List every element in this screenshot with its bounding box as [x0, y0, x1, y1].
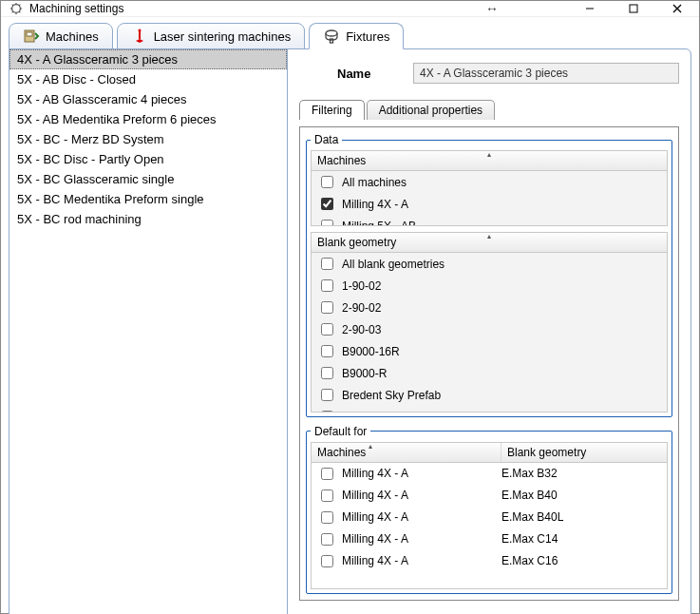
tab-laser[interactable]: Laser sintering machines: [117, 23, 306, 49]
blank-checklist[interactable]: All blank geometries1-90-022-90-022-90-0…: [311, 253, 668, 413]
list-item[interactable]: 1-90-02: [312, 275, 667, 297]
tab-fixtures[interactable]: Fixtures: [309, 23, 404, 49]
group-legend: Default for: [311, 425, 370, 438]
list-item[interactable]: 5X - BC Glassceramic single: [9, 169, 287, 189]
list-item[interactable]: B9000-16R: [312, 340, 667, 362]
list-item[interactable]: 5X - BC Medentika Preform single: [9, 189, 287, 209]
checkbox[interactable]: [321, 301, 333, 314]
tab-label: Filtering: [312, 104, 352, 117]
list-item[interactable]: 5X - BC - Merz BD System: [9, 129, 287, 149]
main-panel: 4X - A Glassceramic 3 pieces5X - AB Disc…: [9, 48, 691, 614]
header-label: Blank geometry: [317, 236, 396, 249]
right-pane: Name Filtering Additional properties Dat…: [288, 49, 691, 614]
checkbox[interactable]: [321, 511, 333, 524]
machines-checklist[interactable]: All machinesMilling 4X - AMilling 5X - A…: [311, 171, 668, 226]
item-label: Milling 4X - A: [342, 198, 408, 211]
sort-indicator-icon: ▴: [487, 232, 491, 240]
checkbox[interactable]: [321, 389, 333, 401]
default-list[interactable]: Milling 4X - AE.Max B32Milling 4X - AE.M…: [311, 463, 668, 589]
table-row[interactable]: Milling 4X - AE.Max B32: [312, 463, 667, 485]
checkbox[interactable]: [321, 555, 333, 567]
checkbox[interactable]: [321, 258, 333, 270]
default-header[interactable]: Machines ▴ Blank geometry: [311, 442, 668, 463]
cell-machine: Milling 4X - A: [342, 467, 408, 480]
checkbox[interactable]: [321, 468, 333, 480]
list-item[interactable]: 2-90-02: [312, 297, 667, 318]
list-item[interactable]: Bredent Sky Prefab: [312, 384, 667, 406]
checkbox[interactable]: [321, 489, 333, 502]
blank-header[interactable]: Blank geometry ▴: [311, 232, 668, 253]
col-machines[interactable]: Machines ▴: [312, 443, 501, 462]
list-item[interactable]: 5X - BC Disc - Partly Open: [9, 149, 287, 169]
inner-tabs: Filtering Additional properties: [299, 97, 679, 120]
table-row[interactable]: Milling 4X - AE.Max B40L: [312, 507, 667, 528]
app-icon: [9, 1, 24, 16]
tab-label: Laser sintering machines: [154, 29, 292, 44]
item-label: B9000-R: [342, 367, 387, 380]
table-row[interactable]: Milling 4X - AE.Max C14: [312, 528, 667, 550]
sort-indicator-icon: ▴: [369, 442, 372, 451]
svg-rect-6: [27, 32, 32, 36]
header-label: Blank geometry: [507, 446, 586, 459]
window-buttons: [568, 1, 699, 16]
checkbox[interactable]: [321, 220, 333, 226]
list-item[interactable]: 5X - AB Disc - Closed: [9, 69, 287, 89]
checkbox[interactable]: [321, 367, 333, 379]
group-legend: Data: [311, 133, 342, 146]
drag-icon: ↔: [473, 1, 511, 16]
machine-icon: [23, 28, 40, 45]
checkbox[interactable]: [321, 198, 333, 210]
machines-header[interactable]: Machines ▴: [311, 150, 668, 171]
minimize-button[interactable]: [568, 1, 612, 16]
tab-label: Additional properties: [379, 104, 482, 117]
checkbox[interactable]: [321, 323, 333, 336]
tab-filtering[interactable]: Filtering: [299, 100, 365, 120]
list-item[interactable]: 5X - AB Glassceramic 4 pieces: [9, 89, 287, 109]
window-title: Machining settings: [29, 2, 123, 15]
item-label: BS9000-16R3.25: [342, 411, 429, 413]
tab-machines[interactable]: Machines: [9, 23, 113, 49]
list-item[interactable]: All machines: [312, 171, 667, 193]
checkbox[interactable]: [321, 279, 333, 292]
list-item[interactable]: 2-90-03: [312, 318, 667, 340]
list-item[interactable]: 5X - BC rod machining: [9, 209, 287, 229]
window: Machining settings ↔ Machines: [0, 0, 700, 614]
checkbox[interactable]: [321, 533, 333, 546]
filtering-panel: Data Machines ▴ All machinesMilling 4X -…: [299, 126, 679, 601]
header-label: Machines: [317, 446, 366, 459]
tab-additional[interactable]: Additional properties: [367, 100, 495, 120]
client-area: Machines Laser sintering machines Fixtur…: [1, 17, 699, 614]
checkbox[interactable]: [321, 345, 333, 357]
list-item[interactable]: All blank geometries: [312, 253, 667, 275]
list-item[interactable]: BS9000-16R3.25: [312, 406, 667, 413]
tab-label: Machines: [46, 29, 99, 44]
list-item[interactable]: Milling 5X - AB: [312, 215, 667, 226]
checkbox[interactable]: [321, 411, 333, 413]
item-label: 2-90-02: [342, 301, 381, 315]
name-field[interactable]: [413, 63, 679, 84]
name-row: Name: [337, 63, 679, 84]
svg-point-8: [326, 30, 337, 36]
laser-icon: [131, 28, 148, 45]
cell-blank: E.Max B32: [501, 467, 661, 480]
svg-rect-2: [630, 5, 637, 12]
checkbox[interactable]: [321, 176, 333, 188]
cell-machine: Milling 4X - A: [342, 554, 408, 567]
list-item[interactable]: 4X - A Glassceramic 3 pieces: [9, 49, 287, 69]
item-label: 2-90-03: [342, 323, 381, 336]
list-item[interactable]: 5X - AB Medentika Preform 6 pieces: [9, 109, 287, 129]
top-tabs: Machines Laser sintering machines Fixtur…: [9, 21, 691, 49]
item-label: All machines: [342, 176, 407, 189]
table-row[interactable]: Milling 4X - AE.Max B40: [312, 485, 667, 507]
col-blank[interactable]: Blank geometry: [501, 443, 592, 462]
svg-rect-9: [331, 39, 333, 43]
close-button[interactable]: [655, 1, 699, 16]
table-row[interactable]: Milling 4X - AE.Max C16: [312, 550, 667, 572]
fixture-icon: [323, 28, 340, 45]
name-label: Name: [337, 67, 394, 81]
list-item[interactable]: Milling 4X - A: [312, 193, 667, 215]
fixture-list[interactable]: 4X - A Glassceramic 3 pieces5X - AB Disc…: [9, 49, 288, 614]
cell-blank: E.Max B40L: [501, 510, 661, 524]
maximize-button[interactable]: [612, 1, 655, 16]
list-item[interactable]: B9000-R: [312, 362, 667, 384]
